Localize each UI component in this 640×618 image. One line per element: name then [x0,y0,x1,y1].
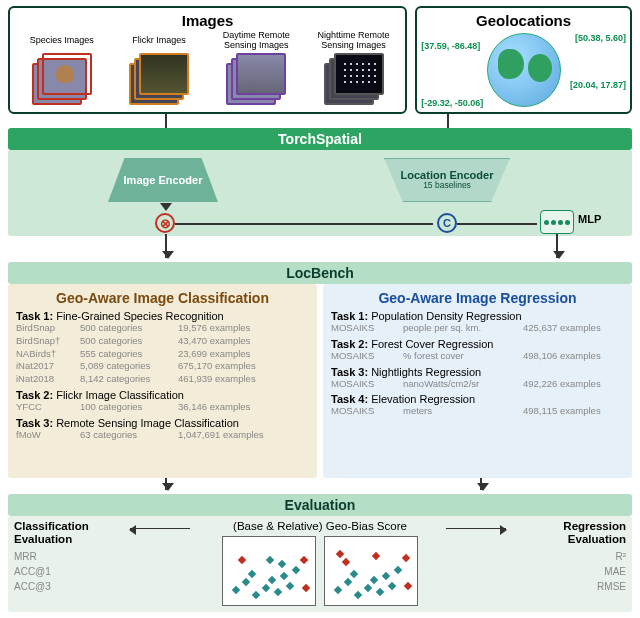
ds-row: MOSAIKSpeople per sq. km.425,637 example… [331,322,624,335]
ds-row: BirdSnap500 categories19,576 examples [16,322,309,335]
reg-task1: Task 1: Population Density Regression [331,310,624,322]
classification-title: Geo-Aware Image Classification [16,290,309,306]
images-box: Images Species Images Flickr Images Dayt… [8,6,407,114]
ds-row: MOSAIKSnanoWatts/cm2/sr492,226 examples [331,378,624,391]
reg-eval-title: Regression Evaluation [516,520,626,545]
regression-title: Geo-Aware Image Regression [331,290,624,306]
multiply-op-icon: ⊗ [155,213,175,233]
coord-c: [20.04, 17.87] [570,80,626,90]
coord-a: [37.59, -86.48] [421,41,480,51]
diagram-canvas: Images Species Images Flickr Images Dayt… [0,0,640,618]
arrow-mid-right [446,528,506,529]
top-row: Images Species Images Flickr Images Dayt… [8,6,632,114]
scatter-base [222,536,316,606]
metric: MRR [14,549,124,564]
location-encoder-sub: 15 baselines [423,181,471,191]
geo-title: Geolocations [423,12,624,29]
ds-row: MOSAIKSmeters498,115 examples [331,405,624,418]
arrow-reg-down [480,478,482,490]
ds-row: iNat20175,089 categories675,170 examples [16,360,309,373]
metric: ACC@1 [14,564,124,579]
metric: ACC@3 [14,579,124,594]
cls-task1: Task 1: Fine-Grained Species Recognition [16,310,309,322]
line-loc-to-mlp [457,223,537,225]
label-daytime: Daytime Remote Sensing Images [211,31,302,51]
ds-row: fMoW63 categories1,047,691 examples [16,429,309,442]
arrow-cls-down [165,478,167,490]
concat-op-icon: C [437,213,457,233]
regression-panel: Geo-Aware Image Regression Task 1: Popul… [323,284,632,478]
images-title: Images [16,12,399,29]
metric: R² [516,549,626,564]
arrow-mid-left [130,528,190,529]
col-night: Nighttime Remote Sensing Images [308,31,399,108]
col-species: Species Images [16,31,107,108]
ds-row: iNat20188,142 categories461,939 examples [16,373,309,386]
image-columns: Species Images Flickr Images Daytime Rem… [16,31,399,108]
ds-row: MOSAIKS% forest cover498,106 examples [331,350,624,363]
col-flickr: Flickr Images [113,31,204,108]
globe-icon [487,33,561,107]
stack-daytime [226,53,286,105]
locbench-row: Geo-Aware Image Classification Task 1: F… [8,284,632,478]
cls-eval-title: Classification Evaluation [14,520,124,545]
evaluation-band: Evaluation [8,494,632,516]
stack-species [32,53,92,105]
cls-task3: Task 3: Remote Sensing Image Classificat… [16,417,309,429]
reg-task4: Task 4: Elevation Regression [331,393,624,405]
geolocations-box: Geolocations [37.59, -86.48] [50.38, 5.6… [415,6,632,114]
reg-task3: Task 3: Nightlights Regression [331,366,624,378]
classification-eval: Classification Evaluation MRR ACC@1 ACC@… [14,520,124,594]
mlp-label: MLP [578,213,601,225]
label-flickr: Flickr Images [132,31,186,51]
image-encoder: Image Encoder [108,158,218,202]
geo-bias-title: (Base & Relative) Geo-Bias Score [200,520,440,532]
line-loc-to-x [175,223,433,225]
torchspatial-band: TorchSpatial [8,128,632,150]
locbench-band: LocBench [8,262,632,284]
coord-d: [-29.32, -50.06] [421,98,483,108]
regression-eval: Regression Evaluation R² MAE RMSE [516,520,626,594]
arrow-x-down [165,234,167,258]
image-encoder-label: Image Encoder [124,174,203,186]
cls-task2: Task 2: Flickr Image Classification [16,389,309,401]
ds-row: YFCC100 categories36,146 examples [16,401,309,414]
scatter-wrap [222,536,418,606]
location-encoder: Location Encoder 15 baselines [384,158,510,202]
label-night: Nighttime Remote Sensing Images [308,31,399,51]
scatter-relative [324,536,418,606]
reg-task2: Task 2: Forest Cover Regression [331,338,624,350]
mlp-box [540,210,574,234]
metric: MAE [516,564,626,579]
metric: RMSE [516,579,626,594]
arrow-mlp-down [556,234,558,258]
stack-night [324,53,384,105]
label-species: Species Images [30,31,94,51]
classification-panel: Geo-Aware Image Classification Task 1: F… [8,284,317,478]
ds-row: NABirds†555 categories23,699 examples [16,348,309,361]
ds-row: BirdSnap†500 categories43,470 examples [16,335,309,348]
geo-body: [37.59, -86.48] [50.38, 5.60] [20.04, 17… [423,31,624,108]
col-daytime: Daytime Remote Sensing Images [211,31,302,108]
stack-flickr [129,53,189,105]
coord-b: [50.38, 5.60] [575,33,626,43]
